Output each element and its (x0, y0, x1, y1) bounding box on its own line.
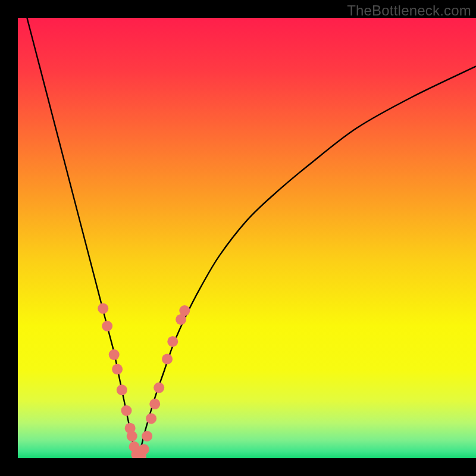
plot-area (18, 18, 476, 458)
gradient-background (18, 18, 476, 458)
svg-rect-0 (18, 18, 476, 458)
watermark-text: TheBottleneck.com (347, 2, 471, 19)
chart-frame: TheBottleneck.com (0, 0, 476, 476)
